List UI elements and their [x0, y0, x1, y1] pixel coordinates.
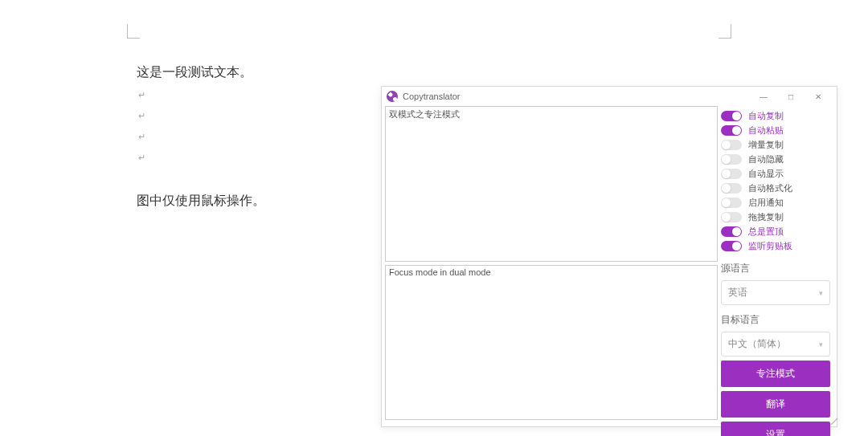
- toggle-label: 总是置顶: [748, 226, 784, 238]
- toggle-row: 启用通知: [721, 196, 830, 209]
- toggle-row: 自动复制: [721, 109, 830, 122]
- translate-button[interactable]: 翻译: [721, 391, 830, 418]
- toggle-label: 自动复制: [748, 110, 784, 122]
- toggle-switch[interactable]: [721, 241, 742, 251]
- target-language-select[interactable]: 中文（简体） ▾: [721, 332, 830, 357]
- resize-grip-icon[interactable]: [827, 417, 835, 425]
- toggle-row: 监听剪贴板: [721, 239, 830, 252]
- toggle-label: 自动显示: [748, 168, 784, 180]
- page-corner-top-left: [127, 24, 140, 39]
- toggle-row: 自动格式化: [721, 181, 830, 194]
- toggle-switch[interactable]: [721, 125, 742, 136]
- copytranslator-window: Copytranslator — □ ✕ 自动复制自动粘贴增量复制自动隐藏自动显…: [381, 86, 837, 427]
- focus-mode-button[interactable]: 专注模式: [721, 361, 830, 387]
- minimize-button[interactable]: —: [750, 88, 777, 105]
- toggle-row: 增量复制: [721, 138, 830, 151]
- toggle-switch[interactable]: [721, 183, 742, 194]
- result-textarea[interactable]: [385, 265, 718, 421]
- paragraph-mark-icon: ↵: [138, 132, 145, 142]
- source-textarea[interactable]: [385, 106, 718, 262]
- toggle-label: 自动隐藏: [748, 153, 784, 165]
- source-language-label: 源语言: [721, 262, 830, 275]
- page-corner-top-right: [719, 24, 731, 39]
- maximize-button[interactable]: □: [777, 88, 805, 105]
- toggle-row: 拖拽复制: [721, 210, 830, 223]
- toggle-label: 增量复制: [748, 139, 784, 151]
- toggle-switch[interactable]: [721, 111, 742, 121]
- paragraph-mark-icon: ↵: [138, 111, 145, 121]
- document-line-1[interactable]: 这是一段测试文本。: [137, 64, 252, 81]
- source-language-select[interactable]: 英语 ▾: [721, 280, 830, 305]
- document-line-2[interactable]: 图中仅使用鼠标操作。: [137, 193, 265, 210]
- chevron-down-icon: ▾: [819, 289, 823, 297]
- toggle-row: 自动显示: [721, 167, 830, 180]
- paragraph-mark-icon: ↵: [138, 153, 145, 163]
- toggle-label: 监听剪贴板: [748, 240, 792, 252]
- toggle-label: 自动格式化: [748, 182, 792, 194]
- toggle-switch[interactable]: [721, 198, 742, 208]
- source-language-value: 英语: [728, 286, 747, 299]
- settings-button[interactable]: 设置: [721, 422, 830, 436]
- paragraph-mark-icon: ↵: [138, 90, 145, 100]
- toggle-switch[interactable]: [721, 226, 742, 237]
- titlebar[interactable]: Copytranslator — □ ✕: [382, 87, 837, 106]
- toggle-row: 总是置顶: [721, 225, 830, 238]
- text-panels: [382, 106, 718, 426]
- toggle-row: 自动隐藏: [721, 153, 830, 165]
- toggle-switch[interactable]: [721, 169, 742, 179]
- app-title: Copytranslator: [403, 92, 461, 101]
- toggle-label: 启用通知: [748, 197, 784, 209]
- close-button[interactable]: ✕: [805, 88, 832, 105]
- toggle-row: 自动粘贴: [721, 124, 830, 137]
- toggle-switch[interactable]: [721, 212, 742, 222]
- side-panel: 自动复制自动粘贴增量复制自动隐藏自动显示自动格式化启用通知拖拽复制总是置顶监听剪…: [718, 106, 837, 426]
- toggle-switch[interactable]: [721, 140, 742, 150]
- toggle-switch[interactable]: [721, 154, 742, 165]
- toggle-label: 拖拽复制: [748, 211, 784, 223]
- toggle-label: 自动粘贴: [748, 124, 784, 137]
- target-language-value: 中文（简体）: [728, 337, 786, 351]
- chevron-down-icon: ▾: [819, 340, 823, 348]
- target-language-label: 目标语言: [721, 313, 830, 327]
- app-logo-icon: [387, 91, 398, 102]
